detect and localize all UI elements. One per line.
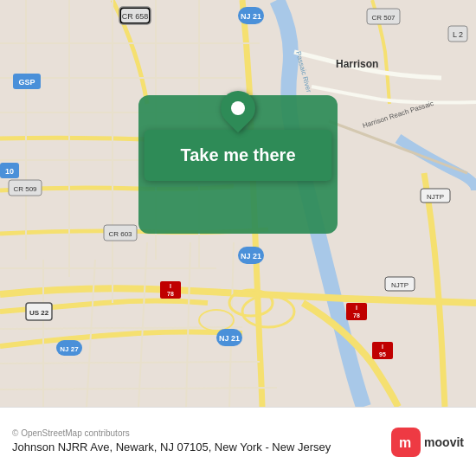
moovit-logo[interactable]: m moovit xyxy=(391,428,464,457)
info-bar: © OpenStreetMap contributors Johnson NJR… xyxy=(0,407,476,476)
cta-button-overlay: Take me there xyxy=(144,130,331,181)
svg-text:NJ 21: NJ 21 xyxy=(241,252,261,261)
svg-text:95: 95 xyxy=(379,351,386,357)
svg-text:NJ 27: NJ 27 xyxy=(60,345,79,353)
svg-text:CR 658: CR 658 xyxy=(122,12,149,21)
svg-text:GSP: GSP xyxy=(18,78,35,87)
svg-text:NJTP: NJTP xyxy=(427,193,444,201)
svg-text:m: m xyxy=(399,435,411,450)
svg-text:Harrison: Harrison xyxy=(336,58,378,70)
svg-text:US 22: US 22 xyxy=(29,309,49,317)
info-text: © OpenStreetMap contributors Johnson NJR… xyxy=(12,428,383,455)
svg-text:78: 78 xyxy=(167,291,174,297)
svg-text:NJTP: NJTP xyxy=(391,281,408,289)
svg-text:I: I xyxy=(382,344,383,350)
map-container: CR 658 GSP 10 CR 508 CR 509 CR 603 NJ 21… xyxy=(0,0,476,407)
svg-text:CR 509: CR 509 xyxy=(13,185,37,193)
take-me-there-button[interactable]: Take me there xyxy=(144,130,331,181)
location-pin xyxy=(221,91,255,125)
svg-text:10: 10 xyxy=(5,167,14,176)
svg-text:NJ 21: NJ 21 xyxy=(219,334,240,343)
svg-text:L 2: L 2 xyxy=(453,30,463,39)
svg-text:I: I xyxy=(356,305,357,311)
svg-text:CR 507: CR 507 xyxy=(371,14,396,22)
moovit-label: moovit xyxy=(424,435,464,449)
copyright-text: © OpenStreetMap contributors xyxy=(12,428,383,438)
address-text: Johnson NJRR Ave, Newark, NJ 07105, New … xyxy=(12,440,383,455)
svg-text:I: I xyxy=(170,283,171,289)
svg-text:78: 78 xyxy=(353,312,360,318)
svg-text:NJ 21: NJ 21 xyxy=(241,12,261,21)
svg-text:CR 603: CR 603 xyxy=(108,230,132,238)
moovit-icon: m xyxy=(391,428,421,457)
